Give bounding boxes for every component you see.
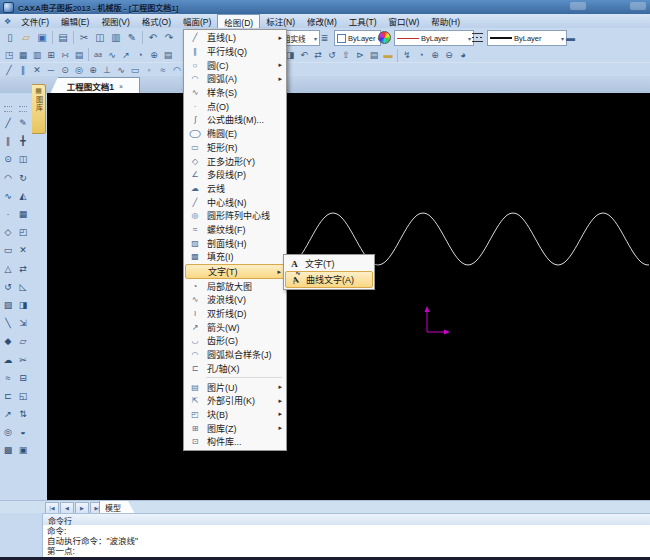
- hatch-icon[interactable]: ▨: [1, 296, 15, 314]
- solid-icon[interactable]: ◆: [1, 332, 15, 350]
- play-icon[interactable]: ⊳: [353, 49, 367, 61]
- block-icon[interactable]: ▣: [16, 441, 30, 459]
- open-icon[interactable]: ▱: [18, 30, 34, 45]
- spline-icon[interactable]: ∿: [1, 187, 15, 205]
- drawing-canvas[interactable]: [47, 93, 650, 500]
- palette-grip[interactable]: [19, 106, 27, 112]
- view-undo-icon[interactable]: ↶: [297, 49, 311, 61]
- menu-item-xref[interactable]: ⇱ 外部引用(K): [185, 394, 285, 408]
- move-icon[interactable]: ╋: [16, 132, 30, 150]
- spline-icon[interactable]: ∿: [114, 64, 128, 76]
- lineweight-manager-icon[interactable]: ▬: [563, 30, 578, 45]
- exchange-icon[interactable]: ⇄: [16, 260, 30, 278]
- menubar-item-file[interactable]: 文件(F): [15, 14, 55, 28]
- menu-item-arc[interactable]: ◠ 圆弧(A): [185, 72, 285, 86]
- array-centerline-icon[interactable]: ◎: [1, 423, 15, 441]
- menu-item-rectangle[interactable]: ▭ 矩形(R): [185, 141, 285, 155]
- menu-item-circle[interactable]: ○ 圆(C): [185, 58, 285, 72]
- menu-item-text[interactable]: 文字(T): [185, 264, 285, 280]
- menu-item-cloud[interactable]: ☁ 云线: [185, 182, 285, 196]
- arc-tool-icon[interactable]: ◠: [170, 64, 184, 76]
- parameter-table-icon[interactable]: ⊞: [44, 49, 58, 61]
- spline-tool-icon[interactable]: ∿: [105, 49, 119, 61]
- format-brush-icon[interactable]: ✎: [124, 30, 140, 45]
- trim-icon[interactable]: ◺: [16, 278, 30, 296]
- centerline-icon[interactable]: ╲: [1, 314, 15, 332]
- regen-icon[interactable]: ↺: [325, 49, 339, 61]
- layer-manager-icon[interactable]: ≣: [317, 30, 332, 45]
- explode-icon[interactable]: ▱: [16, 332, 30, 350]
- bom-table-icon[interactable]: ∺: [58, 49, 72, 61]
- menu-item-image[interactable]: ▤ 图片(U): [185, 380, 285, 394]
- menu-item-spline[interactable]: ∿ 样条(S): [185, 86, 285, 100]
- wave-line-icon[interactable]: ≈: [1, 369, 15, 387]
- menu-item-detail-view[interactable]: ◔ 局部放大图: [185, 279, 285, 293]
- view-swap-icon[interactable]: ⇄: [311, 49, 325, 61]
- copy-icon[interactable]: ◫: [92, 30, 108, 45]
- fillet-icon[interactable]: ◒: [16, 423, 30, 441]
- window-minimize-button[interactable]: [570, 2, 586, 10]
- scale-icon[interactable]: ◰: [16, 223, 30, 241]
- stretch-icon[interactable]: ⇲: [16, 314, 30, 332]
- menu-item-array-centerline[interactable]: ◎ 圆形阵列中心线: [185, 209, 285, 223]
- concentric-tool-icon[interactable]: ◎: [72, 64, 86, 76]
- menu-item-arrow[interactable]: ↗ 箭头(W): [185, 320, 285, 334]
- menu-item-gear[interactable]: ◡ 齿形(G): [185, 334, 285, 348]
- sheet-fill-icon[interactable]: ▤: [72, 49, 86, 61]
- title-block-icon[interactable]: ▥: [30, 49, 44, 61]
- arc-icon[interactable]: ◠: [1, 169, 15, 187]
- raster-tool-icon[interactable]: ▤: [161, 49, 175, 61]
- cut-icon[interactable]: ✂: [76, 30, 92, 45]
- print-icon[interactable]: ▤: [55, 30, 71, 45]
- circle-tool-icon[interactable]: ⊙: [58, 64, 72, 76]
- zoom-tool-icon[interactable]: ⊕: [147, 49, 161, 61]
- parallel-tool-icon[interactable]: ∥: [16, 64, 30, 76]
- hole-shaft-icon[interactable]: ⊏: [1, 387, 15, 405]
- circle-icon[interactable]: ⊙: [1, 150, 15, 168]
- point-tool-icon[interactable]: ⊕: [86, 64, 100, 76]
- dot-tool-icon[interactable]: ◦: [142, 64, 156, 76]
- menu-item-component-library[interactable]: ⊡ 构件库...: [185, 435, 285, 449]
- save-icon[interactable]: ▣: [34, 30, 50, 45]
- perpendicular-tool-icon[interactable]: ⊥: [100, 64, 114, 76]
- menu-item-arc-fit-spline[interactable]: ◠ 圆弧拟合样条(J): [185, 348, 285, 362]
- align-icon[interactable]: ⇅: [16, 405, 30, 423]
- menubar-item-tools[interactable]: 工具(T): [343, 14, 383, 28]
- ruler-icon[interactable]: ▬: [381, 49, 395, 61]
- menu-item-fill[interactable]: ▩ 填充(I): [185, 250, 285, 264]
- menu-item-hatch[interactable]: ▨ 剖面线(H): [185, 236, 285, 250]
- line-tool-icon[interactable]: ╱: [2, 64, 16, 76]
- redo-icon[interactable]: ↷: [161, 30, 177, 45]
- text-style-icon[interactable]: aa: [91, 49, 105, 61]
- break-icon[interactable]: ⊟: [16, 369, 30, 387]
- point-icon[interactable]: ·: [1, 205, 15, 223]
- palette-panel-icon[interactable]: ▤: [367, 49, 381, 61]
- wave-tool-icon[interactable]: ≈: [156, 64, 170, 76]
- zoom-window-icon[interactable]: ◔: [414, 49, 428, 61]
- menu-item-formula-curve[interactable]: ∫ 公式曲线(M)...: [185, 113, 285, 127]
- menubar-item-modify[interactable]: 修改(M): [301, 14, 343, 28]
- sheet-settings-icon[interactable]: ▦: [16, 49, 30, 61]
- paste-icon[interactable]: ▥: [108, 30, 124, 45]
- clip-icon[interactable]: ✂: [16, 350, 30, 368]
- extend-icon[interactable]: ◨: [16, 296, 30, 314]
- library-side-tab[interactable]: ▦ 图库: [32, 84, 46, 134]
- color-combo[interactable]: ByLayer: [334, 30, 381, 46]
- menu-item-ellipse[interactable]: ◯ 椭圆(E): [185, 127, 285, 141]
- edit-icon[interactable]: ✎: [16, 114, 30, 132]
- menubar-item-view[interactable]: 视图(V): [95, 14, 135, 28]
- layer-up-icon[interactable]: ⇧: [339, 49, 353, 61]
- menu-item-parallel[interactable]: ∥ 平行线(Q): [185, 45, 285, 59]
- document-tab[interactable]: 工程图文档1 ×: [50, 77, 140, 94]
- rectangle-icon[interactable]: ▭: [1, 241, 15, 259]
- rect-tool-icon[interactable]: ▭: [128, 64, 142, 76]
- dynamic-pan-icon[interactable]: ↯: [400, 49, 414, 61]
- linetype-manager-icon[interactable]: [470, 30, 485, 45]
- submenu-item-curve-text[interactable]: A 曲线文字(A): [285, 271, 373, 288]
- menubar-item-draw[interactable]: 绘图(D): [217, 14, 260, 28]
- menu-item-library[interactable]: ⊞ 图库(Z): [185, 421, 285, 435]
- color-wheel-icon[interactable]: [377, 30, 392, 45]
- polygon-icon[interactable]: ◇: [1, 223, 15, 241]
- menu-item-wave-line[interactable]: ∿ 波浪线(V): [185, 293, 285, 307]
- menu-item-block[interactable]: ◰ 块(B): [185, 408, 285, 422]
